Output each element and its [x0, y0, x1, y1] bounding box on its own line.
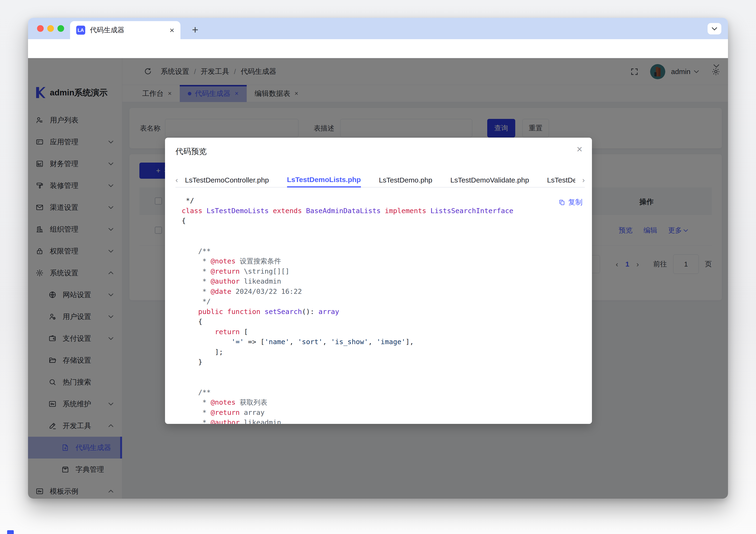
code-block[interactable]: */class LsTestDemoLists extends BaseAdmi…: [182, 196, 583, 424]
browser-toolbar: ← → php.likeadmin.cn/admin/setting/dev_t…: [28, 39, 728, 58]
desktop-artifact: [7, 530, 14, 534]
browser-tabstrip: LA 代码生成器 × +: [28, 18, 728, 39]
code-line: * @notes 设置搜索条件: [182, 256, 583, 266]
browser-tab-close-icon[interactable]: ×: [170, 26, 174, 34]
code-line: * @return array: [182, 408, 583, 418]
file-tab-LsTestDe[interactable]: LsTestDe: [547, 173, 575, 188]
code-line: }: [182, 357, 583, 367]
code-line: [182, 367, 583, 377]
tab-search-button[interactable]: [708, 23, 721, 35]
code-line: [182, 377, 583, 387]
chevron-down-icon: [712, 27, 717, 30]
code-line: /**: [182, 246, 583, 256]
copy-label: 复制: [568, 198, 582, 207]
new-tab-button[interactable]: +: [189, 23, 202, 36]
code-line: {: [182, 216, 583, 226]
code-line: * @date 2024/03/22 16:22: [182, 286, 583, 297]
code-line: */: [182, 296, 583, 307]
window-close-button[interactable]: [37, 25, 44, 32]
file-tab-LsTestDemoLists.php[interactable]: LsTestDemoLists.php: [287, 173, 361, 188]
code-line: ];: [182, 347, 583, 357]
code-line: public function setSearch(): array: [182, 307, 583, 317]
code-preview-modal: 代码预览 × ‹ LsTestDemoController.phpLsTestD…: [165, 138, 592, 424]
code-line: */: [182, 196, 583, 206]
code-line: * @author likeadmin: [182, 417, 583, 424]
modal-close-icon[interactable]: ×: [577, 144, 582, 154]
code-line: [182, 226, 583, 236]
code-line: * @notes 获取列表: [182, 397, 583, 408]
code-line: [182, 236, 583, 246]
browser-tab-title: 代码生成器: [90, 25, 170, 35]
desktop: { "colors":{ "primary":"#4a5dff", "brows…: [0, 0, 756, 534]
browser-tab[interactable]: LA 代码生成器 ×: [70, 21, 180, 39]
file-tab-LsTestDemoController.php[interactable]: LsTestDemoController.php: [185, 173, 269, 188]
browser-window: LA 代码生成器 × + ← → php.likeadmin.cn/admin/…: [28, 18, 728, 499]
code-line: * @return \string[][]: [182, 266, 583, 277]
code-line: '=' => ['name', 'sort', 'is_show', 'imag…: [182, 337, 583, 347]
tabs-scroll-left-icon[interactable]: ‹: [176, 175, 178, 184]
code-line: * @author likeadmin: [182, 276, 583, 286]
code-line: {: [182, 317, 583, 327]
modal-title: 代码预览: [176, 146, 207, 157]
file-tab-LsTestDemo.php[interactable]: LsTestDemo.php: [379, 173, 432, 188]
copy-icon: [559, 199, 565, 206]
code-line: class LsTestDemoLists extends BaseAdminD…: [182, 206, 583, 216]
window-minimize-button[interactable]: [47, 25, 54, 32]
file-tabs-bar: ‹ LsTestDemoController.phpLsTestDemoList…: [176, 173, 585, 188]
file-tab-LsTestDemoValidate.php[interactable]: LsTestDemoValidate.php: [450, 173, 529, 188]
copy-button[interactable]: 复制: [559, 198, 582, 207]
code-line: return [: [182, 327, 583, 337]
code-line: /**: [182, 387, 583, 397]
favicon: LA: [76, 26, 85, 35]
window-zoom-button[interactable]: [58, 25, 64, 32]
file-tabs: LsTestDemoController.phpLsTestDemoLists.…: [185, 173, 575, 188]
tabs-scroll-right-icon[interactable]: ›: [582, 175, 585, 184]
